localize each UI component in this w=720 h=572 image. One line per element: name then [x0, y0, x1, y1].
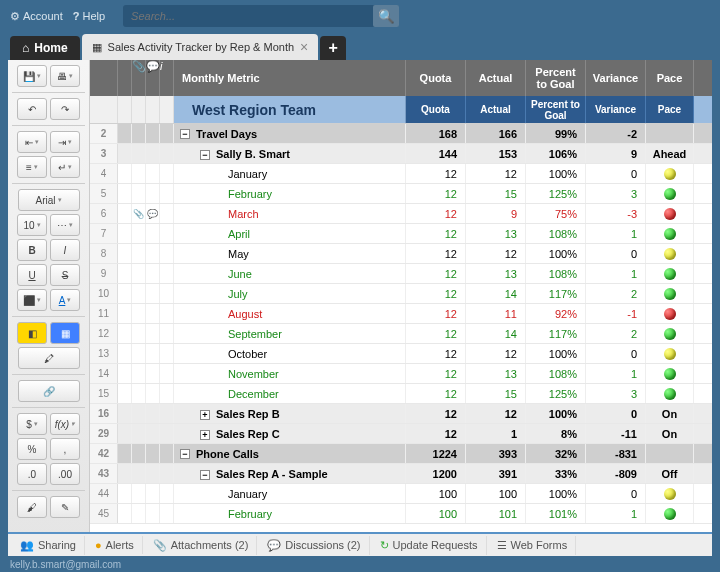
cell-var[interactable]: 2: [586, 284, 646, 303]
cell-pace[interactable]: [646, 324, 694, 343]
team-name[interactable]: West Region Team: [174, 96, 406, 123]
cell-actual[interactable]: 11: [466, 304, 526, 323]
cell-pace[interactable]: Ahead: [646, 144, 694, 163]
fillcolor-button[interactable]: ⬛: [17, 289, 47, 311]
cell-quota[interactable]: 12: [406, 284, 466, 303]
help-link[interactable]: Help: [73, 10, 105, 22]
border-button[interactable]: ▦: [50, 322, 80, 344]
redo-button[interactable]: ↷: [50, 98, 80, 120]
cell-var[interactable]: 0: [586, 164, 646, 183]
expand-icon[interactable]: +: [200, 410, 210, 420]
cell-pct[interactable]: 100%: [526, 344, 586, 363]
expand-icon[interactable]: −: [200, 470, 210, 480]
cell-name[interactable]: April: [174, 224, 406, 243]
cell-quota[interactable]: 12: [406, 424, 466, 443]
grid-row[interactable]: 4January1212100%0: [90, 164, 712, 184]
cell-pace[interactable]: [646, 184, 694, 203]
cell-pace[interactable]: [646, 384, 694, 403]
cell-actual[interactable]: 13: [466, 224, 526, 243]
undo-button[interactable]: ↶: [17, 98, 47, 120]
cell-name[interactable]: +Sales Rep B: [174, 404, 406, 423]
cell-var[interactable]: 0: [586, 344, 646, 363]
grid-row[interactable]: 5February1215125%3: [90, 184, 712, 204]
fontsize-select[interactable]: 10: [17, 214, 47, 236]
cell-var[interactable]: 0: [586, 484, 646, 503]
cell-name[interactable]: October: [174, 344, 406, 363]
cell-name[interactable]: −Sally B. Smart: [174, 144, 406, 163]
cell-name[interactable]: January: [174, 484, 406, 503]
cell-var[interactable]: 0: [586, 244, 646, 263]
cell-quota[interactable]: 168: [406, 124, 466, 143]
cell-var[interactable]: 2: [586, 324, 646, 343]
cell-pct[interactable]: 125%: [526, 184, 586, 203]
cell-quota[interactable]: 12: [406, 324, 466, 343]
cell-pace[interactable]: [646, 444, 694, 463]
cell-name[interactable]: −Travel Days: [174, 124, 406, 143]
cell-quota[interactable]: 12: [406, 164, 466, 183]
cell-var[interactable]: -809: [586, 464, 646, 483]
grid-row[interactable]: 3−Sally B. Smart144153106%9Ahead: [90, 144, 712, 164]
cell-var[interactable]: -11: [586, 424, 646, 443]
cell-pace[interactable]: [646, 124, 694, 143]
cell-pct[interactable]: 92%: [526, 304, 586, 323]
cell-actual[interactable]: 166: [466, 124, 526, 143]
dec-dec-button[interactable]: .00: [50, 463, 80, 485]
font-select[interactable]: Arial: [18, 189, 80, 211]
cell-actual[interactable]: 1: [466, 424, 526, 443]
col-actual[interactable]: Actual: [466, 60, 526, 96]
tab-web-forms[interactable]: ☰Web Forms: [489, 536, 577, 555]
cell-var[interactable]: 1: [586, 264, 646, 283]
cell-pace[interactable]: [646, 204, 694, 223]
cell-actual[interactable]: 101: [466, 504, 526, 523]
grid-row[interactable]: 15December1215125%3: [90, 384, 712, 404]
tab-sheet[interactable]: ▦Sales Activity Tracker by Rep & Month×: [82, 34, 319, 60]
expand-icon[interactable]: −: [200, 150, 210, 160]
print-button[interactable]: 🖶: [50, 65, 80, 87]
cell-name[interactable]: March: [174, 204, 406, 223]
cell-pct[interactable]: 108%: [526, 364, 586, 383]
cell-pace[interactable]: On: [646, 404, 694, 423]
cell-pace[interactable]: Off: [646, 464, 694, 483]
cell-pct[interactable]: 101%: [526, 504, 586, 523]
col-pace[interactable]: Pace: [646, 60, 694, 96]
search-input[interactable]: [123, 6, 373, 26]
cell-pct[interactable]: 106%: [526, 144, 586, 163]
cell-quota[interactable]: 12: [406, 244, 466, 263]
grid-row[interactable]: 12September1214117%2: [90, 324, 712, 344]
cell-var[interactable]: -2: [586, 124, 646, 143]
cell-actual[interactable]: 100: [466, 484, 526, 503]
comma-button[interactable]: ,: [50, 438, 80, 460]
save-button[interactable]: 💾: [17, 65, 47, 87]
cell-pace[interactable]: [646, 484, 694, 503]
formula-button[interactable]: f(x): [50, 413, 80, 435]
cell-name[interactable]: August: [174, 304, 406, 323]
cell-actual[interactable]: 13: [466, 264, 526, 283]
cell-pace[interactable]: [646, 344, 694, 363]
cell-actual[interactable]: 391: [466, 464, 526, 483]
cell-pct[interactable]: 100%: [526, 404, 586, 423]
cell-pace[interactable]: [646, 264, 694, 283]
collapse-icon[interactable]: −: [180, 449, 190, 459]
grid-row[interactable]: 44January100100100%0: [90, 484, 712, 504]
highlight-button[interactable]: 🖍: [18, 347, 80, 369]
cell-quota[interactable]: 100: [406, 504, 466, 523]
cell-var[interactable]: 1: [586, 364, 646, 383]
grid-row[interactable]: 9June1213108%1: [90, 264, 712, 284]
cell-pct[interactable]: 100%: [526, 164, 586, 183]
link-button[interactable]: 🔗: [18, 380, 80, 402]
grid-body[interactable]: 2−Travel Days16816699%-23−Sally B. Smart…: [90, 124, 712, 543]
cell-pace[interactable]: [646, 504, 694, 523]
col-var[interactable]: Variance: [586, 60, 646, 96]
cell-pace[interactable]: [646, 364, 694, 383]
cell-name[interactable]: −Sales Rep A - Sample: [174, 464, 406, 483]
cell-var[interactable]: -3: [586, 204, 646, 223]
close-tab-icon[interactable]: ×: [300, 39, 308, 55]
grid-row[interactable]: 29+Sales Rep C1218%-11On: [90, 424, 712, 444]
cell-quota[interactable]: 12: [406, 404, 466, 423]
bold-button[interactable]: B: [17, 239, 47, 261]
cell-name[interactable]: July: [174, 284, 406, 303]
tab-discussions[interactable]: 💬Discussions (2): [259, 536, 369, 555]
cell-var[interactable]: -831: [586, 444, 646, 463]
cell-quota[interactable]: 12: [406, 224, 466, 243]
cell-actual[interactable]: 9: [466, 204, 526, 223]
